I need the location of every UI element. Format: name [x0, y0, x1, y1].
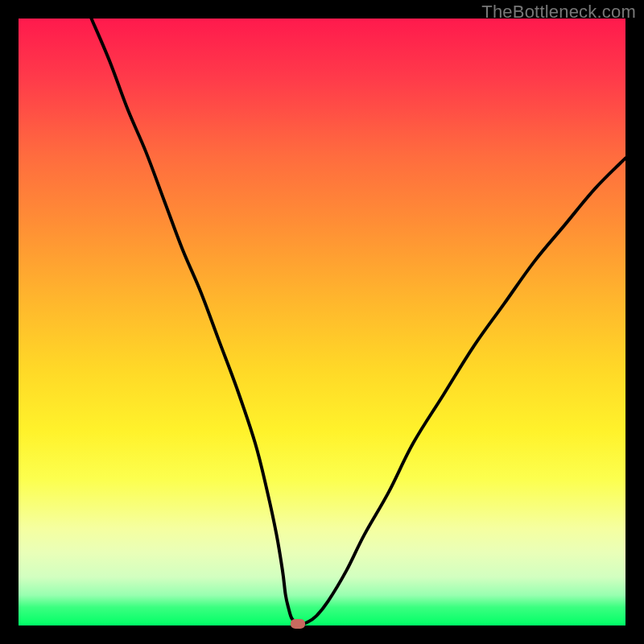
optimal-point-marker [291, 619, 305, 629]
bottleneck-curve [19, 19, 625, 625]
chart-frame: TheBottleneck.com [0, 0, 644, 644]
plot-area [19, 19, 625, 625]
